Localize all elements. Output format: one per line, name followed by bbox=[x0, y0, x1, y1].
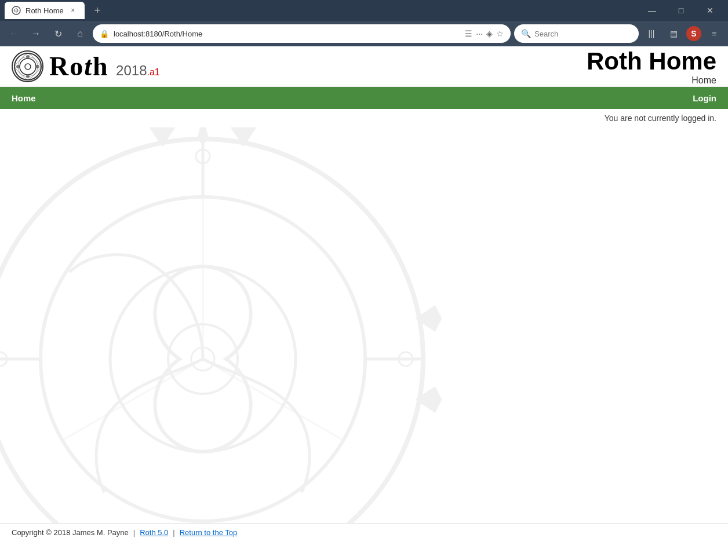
svg-point-3 bbox=[20, 58, 36, 75]
window-controls: — □ ✕ bbox=[639, 2, 723, 19]
svg-point-7 bbox=[16, 65, 20, 68]
footer-sep-1: | bbox=[133, 528, 135, 537]
site-footer: Copyright © 2018 James M. Payne | Roth 5… bbox=[0, 523, 728, 541]
logo-text-group: Roth 2018.a1 bbox=[49, 51, 160, 82]
minimize-button[interactable]: — bbox=[639, 2, 665, 19]
site-logo: Roth 2018.a1 bbox=[12, 50, 160, 82]
logo-name: Roth bbox=[49, 54, 116, 80]
site-title-area: Roth Home Home bbox=[587, 47, 716, 86]
reader-icon[interactable]: ☰ bbox=[465, 29, 472, 38]
reload-button[interactable]: ↻ bbox=[49, 24, 67, 43]
site-nav: Home Login bbox=[0, 87, 728, 109]
search-icon: 🔍 bbox=[521, 29, 531, 38]
site-main bbox=[0, 127, 728, 533]
bookmark-icon[interactable]: ☆ bbox=[496, 29, 504, 38]
sync-icon[interactable]: S bbox=[686, 26, 701, 41]
nav-login-link[interactable]: Login bbox=[693, 93, 716, 103]
footer-sep-2: | bbox=[173, 528, 174, 537]
watermark bbox=[0, 127, 728, 533]
menu-icon[interactable]: ≡ bbox=[705, 24, 723, 43]
address-bar[interactable]: 🔒 localhost:8180/Roth/Home ☰ ··· ◈ ☆ bbox=[93, 24, 511, 43]
search-input[interactable] bbox=[534, 30, 632, 38]
forward-button[interactable]: → bbox=[27, 24, 45, 43]
site-subtitle: Home bbox=[587, 75, 716, 86]
pocket-icon[interactable]: ◈ bbox=[486, 29, 493, 38]
tab-label: Roth Home bbox=[26, 6, 64, 15]
tab-close-button[interactable]: × bbox=[68, 6, 78, 15]
logo-version: 2018 bbox=[116, 63, 147, 78]
favicon bbox=[12, 6, 21, 15]
bookmarks-icon[interactable]: ||| bbox=[642, 24, 661, 43]
nav-home-link[interactable]: Home bbox=[12, 93, 36, 103]
address-icons: ☰ ··· ◈ ☆ bbox=[465, 29, 504, 38]
logo-circle bbox=[12, 50, 43, 82]
watermark-svg bbox=[0, 127, 522, 533]
footer-copyright: Copyright © 2018 James M. Payne bbox=[12, 528, 129, 537]
search-box[interactable]: 🔍 bbox=[514, 24, 639, 43]
return-to-top-link[interactable]: Return to the Top bbox=[180, 528, 238, 537]
site-header: Roth 2018.a1 Roth Home Home bbox=[0, 46, 728, 87]
overflow-icon[interactable]: ··· bbox=[476, 29, 483, 38]
website-content: Roth 2018.a1 Roth Home Home Home Login Y… bbox=[0, 46, 728, 541]
svg-point-6 bbox=[26, 75, 30, 78]
roth-version-link[interactable]: Roth 5.0 bbox=[140, 528, 168, 537]
tab-bar: Roth Home × + bbox=[5, 2, 105, 19]
active-tab[interactable]: Roth Home × bbox=[5, 2, 85, 19]
navigation-bar: ← → ↻ ⌂ 🔒 localhost:8180/Roth/Home ☰ ···… bbox=[0, 21, 728, 46]
svg-point-8 bbox=[36, 65, 39, 68]
address-text: localhost:8180/Roth/Home bbox=[114, 30, 460, 38]
new-tab-button[interactable]: + bbox=[89, 2, 105, 19]
sidebar-icon[interactable]: ▤ bbox=[664, 24, 683, 43]
login-notice: You are not currently logged in. bbox=[0, 109, 728, 127]
svg-point-5 bbox=[26, 55, 30, 58]
svg-point-4 bbox=[25, 64, 31, 69]
secure-icon: 🔒 bbox=[100, 30, 109, 38]
logo-version-sub: .a1 bbox=[147, 67, 160, 77]
close-button[interactable]: ✕ bbox=[697, 2, 723, 19]
back-button[interactable]: ← bbox=[5, 24, 23, 43]
site-title: Roth Home bbox=[587, 47, 716, 75]
title-bar: Roth Home × + — □ ✕ bbox=[0, 0, 728, 21]
home-button[interactable]: ⌂ bbox=[71, 24, 89, 43]
maximize-button[interactable]: □ bbox=[668, 2, 694, 19]
logo-svg bbox=[13, 52, 42, 81]
